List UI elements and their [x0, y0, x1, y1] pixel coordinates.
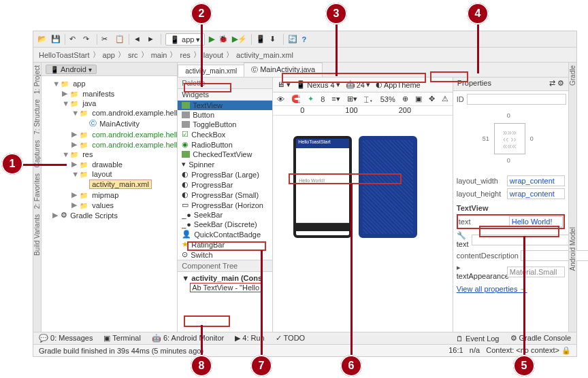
component-tree[interactable]: ▼ activity_main (Cons Ab TextView - "Hel… [178, 272, 272, 294]
bottom-tool-tabs: 💬 0: Messages ▣ Terminal 🤖 6: Android Mo… [33, 332, 576, 344]
btab-terminal[interactable]: ▣ Terminal [103, 334, 140, 343]
warn-icon[interactable]: ⚠ [442, 94, 448, 103]
vtab-project[interactable]: 1: Project [33, 63, 41, 97]
zoom-fit-icon[interactable]: ▣ [415, 94, 422, 103]
view-all-properties-link[interactable]: View all properties → [457, 282, 565, 293]
vtab-structure[interactable]: 7: Structure [33, 97, 41, 137]
props-expand-icon[interactable]: ⇄ ⚙ [549, 79, 564, 89]
sync-icon[interactable]: 🔄 [288, 35, 297, 44]
device-selector[interactable]: 📱 Nexus 4 ▾ [296, 80, 340, 89]
project-view-selector[interactable]: 📱 Android ▾ [46, 65, 96, 74]
layout-width-value[interactable]: wrap_content [507, 175, 565, 186]
save-icon[interactable]: 💾 [51, 35, 61, 44]
theme-selector[interactable]: ◐ AppTheme [376, 80, 421, 89]
apply-icon[interactable]: ▶⚡ [232, 35, 247, 44]
device-navbar [296, 223, 349, 231]
help-icon[interactable]: ? [301, 35, 306, 44]
palette-category-widgets[interactable]: Widgets [178, 89, 272, 101]
vtab-favorites[interactable]: 2: Favorites [33, 171, 41, 211]
prop-id-row: ID [457, 94, 565, 105]
palette-item-seekbar[interactable]: ⎯●SeekBar [178, 210, 272, 220]
palette-item-pb[interactable]: ◐ProgressBar [178, 179, 272, 190]
avd-icon[interactable]: 📱 [256, 35, 265, 44]
tree-pkg1: ▼com.android.example.hellotoa [71, 108, 176, 118]
tree-layout: ▼layout [71, 169, 176, 179]
cd-input[interactable] [521, 250, 588, 261]
canvas-toolbar: 🖥 ▾ 📱 Nexus 4 ▾ 🤖24 ▾ ◐ AppTheme [273, 78, 453, 92]
right-tool-tabs: Gradle Android Model [568, 63, 576, 356]
file-tab-activity-main[interactable]: activity_main.xml [178, 65, 244, 77]
palette-item-togglebutton[interactable]: ToggleButton [178, 120, 272, 129]
debug-icon[interactable]: 🐞 [218, 35, 228, 44]
ide-window: 📂 💾 ↶ ↷ ✂ 📋 ◄ ► 📱 app ▾ ▶ 🐞 ▶⚡ 📱 ⬇ 🔄 ? H… [33, 31, 577, 357]
palette-item-pb-horiz[interactable]: ▭ProgressBar (Horizon [178, 200, 272, 210]
palette-item-ratingbar[interactable]: ★RatingBar [178, 239, 272, 250]
project-tree[interactable]: ▼app ▶manifests ▼java ▼com.android.examp… [42, 76, 177, 356]
status-bar: Gradle build finished in 39s 44ms (5 min… [33, 344, 576, 356]
vtab-gradle[interactable]: Gradle [569, 63, 576, 88]
palette-item-textview[interactable]: TextView [178, 101, 272, 110]
blueprint-preview[interactable] [359, 136, 417, 238]
editor-area: activity_main.xml Ⓒ MainActivity.java Pa… [178, 63, 568, 356]
redo-icon[interactable]: ↷ [83, 35, 93, 44]
palette-item-checkedtextview[interactable]: CheckedTextView [178, 150, 272, 159]
component-tree-header: Component Tree [178, 260, 272, 272]
align-icon[interactable]: ≡▾ [331, 94, 340, 103]
orientation-icon[interactable]: 🖥 ▾ [277, 80, 291, 89]
callout-3-line [336, 24, 338, 76]
btab-android-monitor[interactable]: 🤖 6: Android Monitor [152, 334, 224, 343]
vtab-buildvariants[interactable]: Build Variants [33, 211, 41, 258]
star-icon[interactable]: ✦ [308, 94, 314, 103]
layout-height-value[interactable]: wrap_content [507, 188, 565, 199]
api-selector[interactable]: 🤖24 ▾ [346, 80, 370, 89]
open-icon[interactable]: 📂 [37, 35, 47, 44]
palette-item-seekbar-d[interactable]: ⎯●SeekBar (Discrete) [178, 220, 272, 229]
back-icon[interactable]: ◄ [133, 35, 143, 44]
cut-icon[interactable]: ✂ [101, 35, 111, 44]
run-config-selector[interactable]: 📱 app ▾ [165, 33, 205, 46]
prop-id-input[interactable] [467, 94, 566, 105]
btab-todo[interactable]: ✓ TODO [276, 334, 305, 343]
breadcrumb[interactable]: HelloToastStart〉app〉src〉main〉res〉layout〉… [33, 48, 576, 62]
zoom-in-icon[interactable]: ⊕ [402, 94, 408, 103]
main-toolbar: 📂 💾 ↶ ↷ ✂ 📋 ◄ ► 📱 app ▾ ▶ 🐞 ▶⚡ 📱 ⬇ 🔄 ? [33, 31, 576, 48]
device-textview[interactable]: Hello World! [299, 178, 325, 183]
ta-value[interactable]: Material.Small [507, 267, 565, 277]
eye-icon[interactable]: 👁 [277, 95, 284, 103]
palette-item-button[interactable]: Button [178, 110, 272, 120]
palette-item-switch[interactable]: ⊙Switch [178, 250, 272, 260]
text-value[interactable]: Hello World! [509, 216, 563, 227]
copy-icon[interactable]: 📋 [115, 35, 125, 44]
btab-eventlog[interactable]: 🗒 Event Log [456, 334, 500, 343]
undo-icon[interactable]: ↶ [69, 35, 79, 44]
device-preview[interactable]: HelloToastStart Hello World! [293, 136, 352, 238]
pan-icon[interactable]: ✥ [429, 94, 435, 103]
pack-icon[interactable]: ⊞▾ [347, 94, 357, 103]
tree-pkg2: ▶com.android.example.hellotoa [71, 129, 176, 139]
btab-messages[interactable]: 💬 0: Messages [39, 334, 93, 343]
prop-content-desc: contentDescription [457, 250, 565, 261]
project-panel-header: 📱 Android ▾ [42, 63, 177, 76]
palette-item-pb-large[interactable]: ◐ProgressBar (Large) [178, 169, 272, 179]
palette-item-checkbox[interactable]: ☑CheckBox [178, 129, 272, 139]
properties-header: Properties⇄ ⚙ [453, 78, 568, 91]
palette-item-qcb[interactable]: 👤QuickContactBadge [178, 229, 272, 239]
palette-item-pb-small[interactable]: ◐ProgressBar (Small) [178, 190, 272, 200]
palette-item-radiobutton[interactable]: ◉RadioButton [178, 139, 272, 150]
run-icon[interactable]: ▶ [209, 35, 214, 44]
design-canvas[interactable]: HelloToastStart Hello World! [273, 116, 453, 356]
text2-input[interactable] [472, 235, 571, 245]
palette-item-spinner[interactable]: ▾Spinner [178, 159, 272, 169]
callout-4-line [477, 24, 479, 73]
magnet-icon[interactable]: 🧲 [291, 94, 301, 103]
constraint-widget[interactable]: »»»‹‹ ››««« 0 0 51 0 [457, 109, 565, 171]
btab-gradle-console[interactable]: ⚙ Gradle Console [510, 334, 572, 343]
fwd-icon[interactable]: ► [147, 35, 157, 44]
file-tab-mainactivity[interactable]: Ⓒ MainActivity.java [244, 63, 323, 77]
device-body: Hello World! [296, 148, 349, 223]
prop-layout-width: layout_width wrap_content [457, 175, 565, 186]
guideline-icon[interactable]: ⌶▾ [364, 95, 374, 103]
callout-7: 7 [250, 355, 272, 377]
vtab-android-model[interactable]: Android Model [569, 224, 576, 273]
sdk-icon[interactable]: ⬇ [270, 35, 279, 44]
